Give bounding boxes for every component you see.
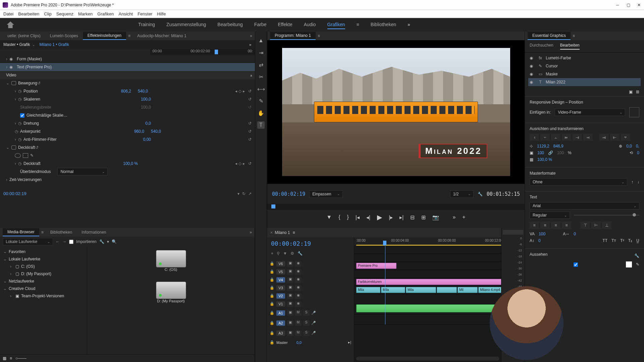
mask-rect-icon[interactable] — [23, 153, 28, 158]
fx-position[interactable]: Position — [23, 89, 38, 94]
workspace-grafiken[interactable]: Grafiken — [327, 20, 345, 29]
stopwatch-icon[interactable]: ◷ — [18, 121, 21, 126]
stopwatch-icon[interactable]: ◷ — [18, 161, 21, 166]
stopwatch-icon[interactable]: ◷ — [18, 97, 21, 102]
tree-local[interactable]: Lokale Laufwerke — [9, 257, 40, 261]
reset-icon[interactable]: ↺ — [248, 129, 252, 134]
twirl-icon[interactable]: ⌄ — [6, 81, 9, 85]
hand-tool[interactable]: ✋ — [257, 109, 265, 117]
eg-tab-edit[interactable]: Bearbeiten — [560, 43, 580, 50]
layer-milan[interactable]: Milan 2022 — [546, 80, 566, 84]
extract-icon[interactable]: ⊞ — [421, 214, 426, 221]
workspace-effekte[interactable]: Effekte — [278, 20, 292, 29]
eye-icon[interactable]: ◉ — [295, 285, 301, 291]
clip-audio[interactable] — [356, 304, 501, 312]
tab-menu-icon[interactable]: ≡ — [316, 34, 322, 38]
menu-sequenz[interactable]: Sequenz — [56, 11, 73, 16]
solo-button[interactable]: S — [303, 310, 309, 316]
tab-audio-mixer[interactable]: Audioclip-Mischer: Milano 1 — [132, 32, 191, 40]
list-view-icon[interactable]: ≡ — [10, 356, 12, 361]
twirl-icon[interactable]: › — [15, 161, 16, 166]
eg-baseline[interactable]: 0 — [538, 238, 541, 243]
wrench-icon[interactable]: 🔧 — [298, 251, 303, 256]
step-back-icon[interactable]: ◂| — [366, 214, 370, 221]
workspace-training[interactable]: Training — [138, 20, 155, 29]
sync-lock-icon[interactable]: ▣ — [287, 269, 293, 275]
text-align-left-icon[interactable]: ≡ — [530, 222, 539, 229]
tab-effekteinstellungen[interactable]: Effekteinstellungen — [83, 32, 126, 40]
link-icon[interactable]: 🔗 — [548, 150, 553, 155]
fx-badge-icon[interactable] — [11, 145, 16, 149]
eye-icon[interactable]: ◉ — [9, 57, 15, 61]
chevron-down-icon[interactable]: ⌄ — [32, 43, 35, 47]
loop-icon[interactable]: ↻ — [242, 191, 246, 196]
sync-lock-icon[interactable]: ▣ — [287, 330, 293, 336]
menu-ansicht[interactable]: Ansicht — [118, 11, 133, 16]
reset-icon[interactable]: ↺ — [248, 89, 252, 94]
eg-tracking[interactable]: 100 — [539, 232, 545, 236]
align-bottom-icon[interactable]: ⫤ — [583, 134, 593, 141]
overflow-icon[interactable]: » — [452, 214, 455, 220]
twirl-icon[interactable]: › — [6, 177, 7, 182]
next-key-icon[interactable]: ▸ — [243, 161, 245, 166]
solo-button[interactable]: S — [303, 330, 309, 336]
timeline-tracks[interactable]: Premiere Pro Farbkorrekturen Mila Mila M… — [354, 246, 501, 324]
tab-menu-icon[interactable]: ≡ — [126, 34, 132, 38]
master-volume[interactable]: 0,0 — [297, 341, 302, 345]
twirl-icon[interactable]: › — [15, 89, 16, 94]
keyframe-play-icon[interactable]: ▸ — [250, 42, 252, 47]
masterformat-select[interactable]: Ohne⌄ — [530, 178, 627, 186]
reset-icon[interactable]: ↺ — [248, 97, 252, 102]
program-viewer[interactable]: Milan 2022 — [267, 40, 525, 184]
distribute-h-icon[interactable]: ⫥ — [599, 134, 609, 141]
sync-lock-icon[interactable]: ▣ — [287, 293, 293, 299]
seq-tab[interactable]: Milano 1 — [275, 230, 290, 235]
align-right-icon[interactable]: ⫠ — [551, 134, 560, 141]
workspace-farbe[interactable]: Farbe — [254, 20, 267, 29]
prev-key-icon[interactable]: ◂ — [235, 161, 237, 166]
zoom-slider[interactable]: ○─── — [15, 356, 26, 361]
goto-end-icon[interactable]: ▸| — [348, 340, 351, 345]
marker-icon[interactable]: ▼ — [283, 251, 287, 256]
menu-fenster[interactable]: Fenster — [138, 11, 152, 16]
menu-clip[interactable]: Clip — [44, 11, 51, 16]
fx-position-x[interactable]: 806,2 — [121, 89, 131, 94]
zoom-fit-select[interactable]: Einpassen⌄ — [309, 190, 343, 198]
superscript-icon[interactable]: T² — [620, 238, 624, 243]
lock-icon[interactable]: 🔒 — [270, 331, 274, 335]
go-to-out-icon[interactable]: ▸| — [399, 214, 404, 221]
lock-icon[interactable]: 🔒 — [270, 321, 274, 325]
push-down-icon[interactable]: ↓ — [637, 180, 639, 184]
track-v5[interactable]: V5 — [276, 269, 285, 275]
eg-kerning[interactable]: 0 — [574, 232, 576, 236]
mark-in-button[interactable]: { — [338, 214, 340, 220]
wrench-icon[interactable]: 🔧 — [99, 239, 104, 244]
caps-icon[interactable]: TT — [602, 238, 607, 243]
timeline-tc[interactable]: 00:00:02:19 — [267, 237, 354, 250]
track-v1[interactable]: V1 — [276, 301, 285, 307]
twirl-icon[interactable]: › — [6, 65, 7, 69]
title-overlay[interactable]: Milan 2022 — [419, 144, 487, 158]
eyedropper-icon[interactable]: ✎ — [636, 262, 639, 267]
eye-icon[interactable]: ◉ — [295, 277, 301, 283]
distribute-v-icon[interactable]: ⫦ — [610, 134, 620, 141]
tab-lumetri-scopes[interactable]: Lumetri-Scopes — [45, 32, 83, 40]
eg-pos-y[interactable]: 846,9 — [553, 144, 564, 148]
tree-cc[interactable]: Creative Cloud — [9, 286, 35, 291]
group-icon[interactable]: ⊞ — [636, 89, 639, 94]
forward-icon[interactable]: → — [62, 239, 66, 244]
font-weight-select[interactable]: Regular⌄ — [530, 212, 570, 219]
eg-tab-browse[interactable]: Durchsuchen — [530, 43, 553, 50]
tab-essential-graphics[interactable]: Essential Graphics — [528, 32, 571, 40]
reset-icon[interactable]: ↺ — [37, 81, 41, 85]
ripple-tool[interactable]: ⇄ — [257, 61, 265, 68]
fx-antiflimmer[interactable]: Anti-Flimmer-Filter — [23, 137, 57, 142]
sync-lock-icon[interactable]: ▣ — [287, 301, 293, 307]
search-icon[interactable]: 🔍 — [112, 239, 117, 244]
reset-icon[interactable]: ↺ — [248, 161, 252, 166]
twirl-icon[interactable]: ⌄ — [3, 249, 7, 254]
track-v2[interactable]: V2 — [276, 293, 285, 299]
workspace-overflow-icon[interactable]: » — [408, 20, 410, 29]
panel-overflow-icon[interactable]: » — [250, 34, 252, 38]
selection-tool[interactable]: ▲ — [257, 37, 265, 44]
